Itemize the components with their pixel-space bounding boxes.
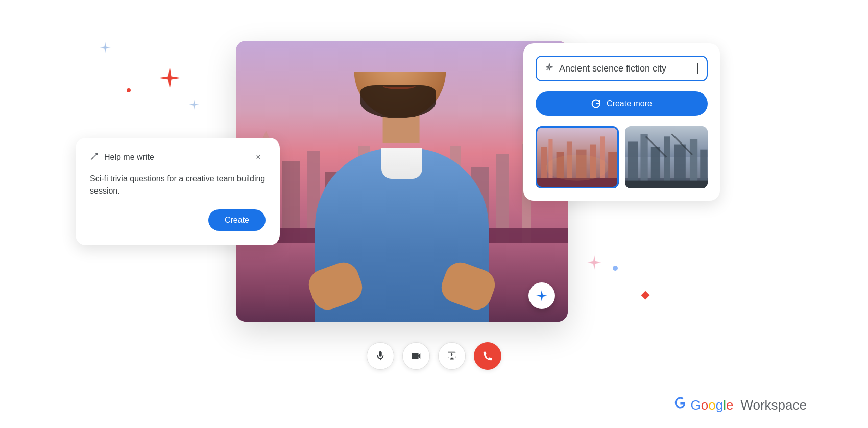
mic-button[interactable] [367, 342, 394, 370]
svg-line-15 [91, 157, 93, 160]
create-more-button[interactable]: Create more [536, 91, 708, 116]
google-workspace-logo: Google Workspace [670, 395, 807, 415]
end-call-button[interactable] [474, 342, 501, 370]
svg-point-27 [546, 155, 608, 181]
image-grid [536, 126, 708, 188]
deco-dot-blue-2 [613, 266, 618, 271]
card-header: Help me write × [90, 150, 266, 164]
text-cursor [697, 63, 698, 74]
google-g-logo [670, 395, 687, 415]
present-button[interactable] [438, 342, 466, 370]
prompt-text: Ancient science fiction city [559, 63, 692, 74]
help-write-body: Sci-fi trivia questions for a creative t… [90, 173, 266, 197]
prompt-input-row[interactable]: Ancient science fiction city [536, 56, 708, 81]
svg-line-16 [547, 68, 548, 70]
video-controls-bar [367, 342, 501, 370]
video-frame [236, 41, 568, 322]
gen-image-1[interactable] [536, 126, 619, 188]
workspace-product-name: Workspace [740, 397, 807, 413]
wand-icon [90, 152, 99, 163]
image-gen-panel: Ancient science fiction city Create more [523, 43, 720, 201]
help-write-title: Help me write [104, 153, 154, 162]
create-more-label: Create more [607, 99, 652, 108]
camera-button[interactable] [402, 342, 430, 370]
deco-star-red-large [158, 66, 181, 93]
svg-rect-39 [625, 181, 708, 188]
deco-sparkle-pink [587, 255, 601, 272]
gemini-video-button[interactable] [528, 282, 555, 309]
google-name: Google [691, 397, 734, 413]
prompt-wand-icon [545, 63, 554, 74]
deco-sparkle-blue-2 [189, 100, 199, 112]
deco-dot-red-2 [641, 291, 650, 300]
deco-dot-red [127, 88, 131, 92]
deco-sparkle-blue-1 [100, 42, 111, 56]
card-title-row: Help me write [90, 152, 154, 163]
gen-image-2[interactable] [625, 126, 708, 188]
help-write-create-button[interactable]: Create [208, 209, 266, 231]
person-video [295, 72, 509, 322]
help-write-card: Help me write × Sci-fi trivia questions … [76, 138, 280, 245]
svg-rect-31 [640, 134, 647, 188]
close-button[interactable]: × [251, 150, 266, 164]
